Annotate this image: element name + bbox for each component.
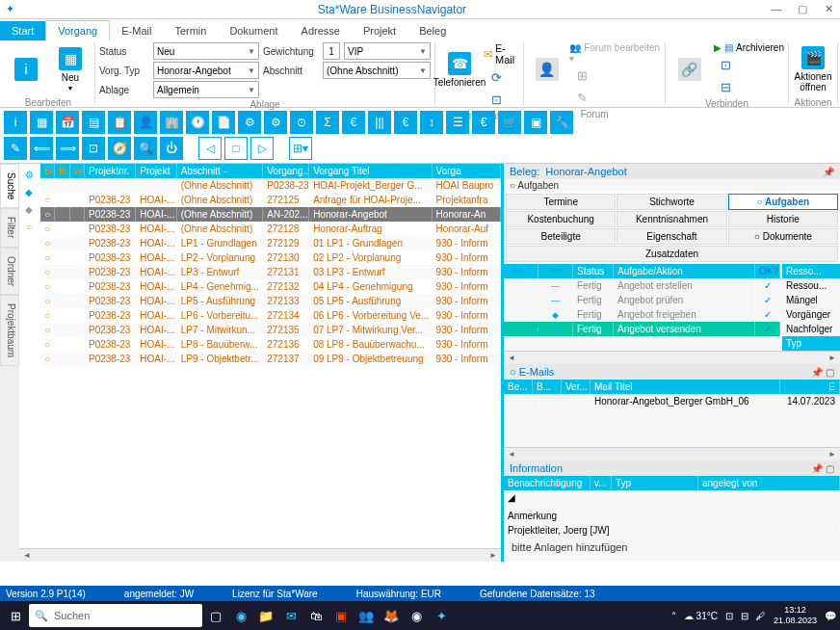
- toolbar-icon-clock[interactable]: 🕐: [186, 111, 209, 134]
- rtab-kenntnis[interactable]: Kenntnisnahmen: [617, 211, 726, 227]
- table-row[interactable]: ○P0238-23HOAI-...LP3 - Entwurf27213103 L…: [40, 265, 501, 279]
- tasks-side-item[interactable]: Vorgänger: [782, 307, 840, 322]
- toolbar-icon-18[interactable]: ☰: [446, 111, 469, 134]
- rtab-kostenbuchung[interactable]: Kostenbuchung: [506, 211, 616, 227]
- col-be[interactable]: Be...: [40, 164, 55, 178]
- col-vorga[interactable]: Vorga: [433, 164, 501, 178]
- weather-widget[interactable]: ☁ 31°C: [684, 611, 718, 621]
- verbinden-icon-2[interactable]: ⊟: [714, 76, 739, 97]
- toolbar-icon-euro3[interactable]: €: [394, 111, 417, 134]
- col-abschnitt[interactable]: Abschnitt ··: [177, 164, 263, 178]
- table-row[interactable]: ○P0238-23HOAI-...(Ohne Abschnitt)272128H…: [40, 222, 501, 236]
- toolbar-icon-barcode[interactable]: |||: [368, 111, 391, 134]
- toolbar-icon-cart[interactable]: 🛒: [498, 111, 521, 134]
- abschnitt-dropdown[interactable]: (Ohne Abschnitt)▼: [323, 62, 431, 79]
- chrome-icon[interactable]: ◉: [405, 604, 428, 627]
- ecol-be[interactable]: Be...: [504, 380, 533, 394]
- forum-icon-2[interactable]: ✎: [569, 87, 594, 108]
- email-row[interactable]: Honorar-Angebot_Berger GmbH_06 14.07.202…: [504, 394, 840, 408]
- rtab-dokumente[interactable]: ○ Dokumente: [728, 228, 838, 245]
- rtab-aufgaben[interactable]: ○ Aufgaben: [728, 194, 838, 210]
- toolbar-icon-21[interactable]: ▣: [524, 111, 547, 134]
- grid-tool-dot[interactable]: ○: [21, 220, 37, 233]
- grid-tool-gear[interactable]: ⚙: [21, 168, 37, 181]
- toolbar-icon-5[interactable]: 📋: [108, 111, 131, 134]
- sidetab-ordner[interactable]: Ordner: [0, 248, 19, 295]
- toolbar2-power[interactable]: ⏻: [160, 137, 183, 160]
- pin-icon[interactable]: 📌: [823, 167, 834, 177]
- tcol-status[interactable]: Status: [573, 264, 614, 278]
- vorgtyp-dropdown[interactable]: Honorar-Angebot▼: [153, 62, 259, 79]
- notification-icon[interactable]: 💬: [825, 611, 836, 621]
- rtab-zusatzdaten[interactable]: Zusatzdaten: [506, 246, 838, 262]
- app-icon-1[interactable]: ▣: [329, 604, 353, 627]
- status-dropdown[interactable]: Neu▼: [153, 42, 259, 60]
- tray-chevron-icon[interactable]: ˄: [671, 611, 676, 621]
- tcol-ok[interactable]: OK?: [755, 264, 780, 278]
- taskbar-clock[interactable]: 13:1221.08.2023: [774, 605, 817, 626]
- grid-tool-filter2[interactable]: ◆: [21, 202, 37, 216]
- tab-dokument[interactable]: Dokument: [218, 21, 289, 40]
- icol-angelegt[interactable]: angelegt von: [698, 476, 840, 490]
- info-row[interactable]: ◢ Anmerkung Projektleiter, Joerg [JW]: [504, 490, 840, 538]
- toolbar-icon-euro2[interactable]: €: [342, 111, 365, 134]
- info-button[interactable]: i: [6, 42, 46, 96]
- ablage-dropdown[interactable]: Allgemein▼: [153, 81, 259, 98]
- table-row[interactable]: ○P0238-23HOAI-...LP9 - Objektbetr...2721…: [40, 352, 501, 366]
- tray-icon-3[interactable]: 🖋: [756, 611, 766, 621]
- toolbar-icon-4[interactable]: ▤: [82, 111, 105, 134]
- col-vorgangnr[interactable]: Vorgang...: [263, 164, 309, 178]
- rtab-historie[interactable]: Historie: [728, 211, 838, 227]
- toolbar2-play[interactable]: ▷: [250, 137, 274, 160]
- toolbar-icon-2[interactable]: ▦: [30, 111, 53, 134]
- table-row[interactable]: ○P0238-23HOAI-...LP1 - Grundlagen2721290…: [40, 236, 501, 250]
- rtab-termine[interactable]: Termine: [506, 194, 616, 210]
- rtab-beteiligte[interactable]: Beteiligte: [506, 228, 616, 245]
- rtab-stichworte[interactable]: Stichworte: [617, 194, 726, 210]
- verbinden-big-button[interactable]: 🔗: [669, 42, 710, 96]
- maximize-icon[interactable]: ▢: [791, 3, 814, 15]
- taskbar-search[interactable]: 🔍Suchen: [29, 604, 202, 627]
- edge-icon[interactable]: ◉: [229, 604, 252, 627]
- neu-button[interactable]: ▦Neu▼: [50, 42, 91, 96]
- table-row[interactable]: ○P0238-23HOAI-...LP4 - Genehmig...272132…: [40, 279, 501, 294]
- tcol-be[interactable]: Be...: [504, 264, 538, 278]
- store-icon[interactable]: 🛍: [304, 604, 328, 627]
- toolbar2-compass[interactable]: 🧭: [108, 137, 131, 160]
- firefox-icon[interactable]: 🦊: [380, 604, 403, 627]
- icol-ben[interactable]: Benachrichtigung: [504, 476, 591, 490]
- tasks-side-item[interactable]: Typ: [782, 336, 840, 351]
- task-row[interactable]: —FertigAngebot prüfen✓: [504, 293, 780, 307]
- toolbar-icon-calendar[interactable]: 📅: [56, 111, 79, 134]
- ecol-b[interactable]: B...: [533, 380, 562, 394]
- rtab-eigenschaft[interactable]: Eigenschaft: [617, 228, 726, 245]
- close-icon[interactable]: ✕: [817, 3, 840, 15]
- toolbar-icon-building[interactable]: 🏢: [160, 111, 183, 134]
- tab-adresse[interactable]: Adresse: [290, 21, 352, 40]
- archivieren-button[interactable]: ▶▤Archivieren: [714, 42, 784, 53]
- tcol-aufgabe[interactable]: Aufgabe/Aktion: [614, 264, 755, 278]
- emails-grid[interactable]: Be... B... Ver... Mail Titel E Honorar-A…: [504, 380, 840, 408]
- tab-email[interactable]: E-Mail: [110, 21, 163, 40]
- col-b[interactable]: B...: [55, 164, 69, 178]
- telefonieren-button[interactable]: ☎Telefonieren: [439, 42, 480, 96]
- ecol-date[interactable]: E: [780, 380, 840, 394]
- emails-scrollbar-h[interactable]: [504, 447, 840, 460]
- icol-typ[interactable]: Typ: [612, 476, 698, 490]
- col-ve[interactable]: ve...: [70, 164, 85, 178]
- table-row[interactable]: ○P0238-23HOAI-...LP2 - Vorplanung2721300…: [40, 250, 501, 265]
- table-row[interactable]: ○P0238-23HOAI-...LP5 - Ausführung2721330…: [40, 294, 501, 308]
- toolbar2-prev[interactable]: ◁: [198, 137, 222, 160]
- task-row[interactable]: —FertigAngebot erstellen✓: [504, 278, 780, 293]
- comm-icon-1[interactable]: ⟳: [484, 66, 509, 88]
- toolbar-icon-euro[interactable]: ⊙: [290, 111, 313, 134]
- grid-scrollbar-h[interactable]: [19, 548, 501, 562]
- grid-tool-filter1[interactable]: ◆: [21, 185, 37, 198]
- emails-pin-icon[interactable]: 📌 ▢: [811, 367, 834, 378]
- tab-vorgang[interactable]: Vorgang: [45, 20, 110, 40]
- forum-icon-1[interactable]: ⊞: [569, 65, 594, 86]
- toolbar-icon-wrench[interactable]: 🔧: [550, 111, 573, 134]
- table-row[interactable]: ○P0238-23HOAI-...LP6 - Vorbereitu...2721…: [40, 308, 501, 323]
- tab-beleg[interactable]: Beleg: [407, 21, 458, 40]
- tray-icon-2[interactable]: ⊟: [741, 611, 748, 621]
